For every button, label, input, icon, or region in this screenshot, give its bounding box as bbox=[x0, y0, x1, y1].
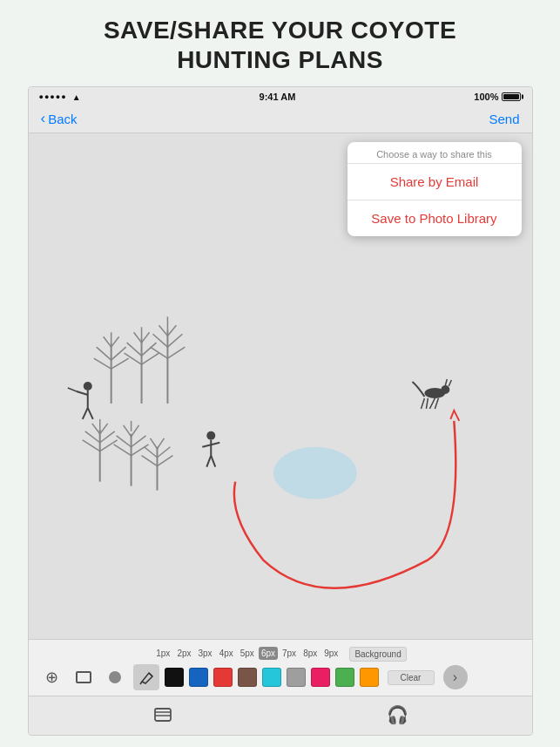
shape-tool[interactable] bbox=[71, 664, 97, 690]
svg-line-56 bbox=[206, 456, 211, 467]
svg-line-1 bbox=[96, 347, 111, 360]
popover-title: Choose a way to share this bbox=[347, 142, 522, 163]
svg-line-14 bbox=[141, 332, 149, 343]
svg-line-9 bbox=[126, 343, 141, 356]
send-button[interactable]: Send bbox=[489, 112, 519, 126]
color-black[interactable] bbox=[165, 668, 184, 687]
move-tool[interactable]: ⊕ bbox=[39, 664, 65, 690]
status-time: 9:41 AM bbox=[260, 92, 296, 102]
svg-line-69 bbox=[140, 682, 142, 684]
svg-line-63 bbox=[426, 398, 428, 409]
share-popover: Choose a way to share this Share by Emai… bbox=[347, 142, 522, 236]
svg-line-46 bbox=[157, 438, 164, 449]
stroke-8px[interactable]: 8px bbox=[300, 647, 320, 660]
svg-line-26 bbox=[82, 440, 99, 452]
signal-dots: ●●●●● bbox=[39, 92, 67, 101]
svg-line-2 bbox=[93, 358, 111, 369]
pen-tool[interactable] bbox=[133, 664, 159, 690]
next-arrow-button[interactable]: › bbox=[443, 665, 468, 689]
color-pink[interactable] bbox=[311, 668, 330, 687]
svg-line-13 bbox=[133, 332, 141, 343]
svg-line-60 bbox=[429, 398, 435, 409]
svg-line-25 bbox=[84, 431, 99, 443]
stroke-5px[interactable]: 5px bbox=[238, 647, 257, 660]
back-chevron-icon: ‹ bbox=[41, 110, 46, 127]
svg-line-49 bbox=[76, 391, 87, 395]
headphones-icon[interactable]: 🎧 bbox=[384, 702, 410, 728]
stroke-4px[interactable]: 4px bbox=[217, 647, 236, 660]
svg-line-45 bbox=[150, 438, 157, 449]
device-frame: ●●●●● ▲ 9:41 AM 100% ‹ Back Send bbox=[28, 86, 533, 736]
svg-line-34 bbox=[113, 445, 131, 456]
bottom-icons-row: 🎧 bbox=[29, 696, 532, 735]
svg-line-27 bbox=[99, 431, 114, 443]
svg-line-44 bbox=[157, 456, 172, 466]
color-blue[interactable] bbox=[189, 668, 208, 687]
coyote-figure bbox=[412, 379, 451, 409]
svg-line-68 bbox=[149, 673, 152, 676]
svg-line-6 bbox=[111, 336, 118, 347]
stroke-3px[interactable]: 3px bbox=[196, 647, 215, 660]
svg-line-52 bbox=[67, 388, 76, 391]
color-brown[interactable] bbox=[238, 668, 257, 687]
stroke-7px[interactable]: 7px bbox=[280, 647, 299, 660]
color-gray[interactable] bbox=[287, 668, 306, 687]
share-by-email-option[interactable]: Share by Email bbox=[347, 164, 522, 200]
battery-icon bbox=[502, 92, 521, 101]
svg-line-3 bbox=[111, 347, 125, 360]
decoy-figure bbox=[202, 431, 219, 467]
svg-line-38 bbox=[131, 425, 138, 437]
pond bbox=[273, 447, 357, 499]
battery-pct: 100% bbox=[474, 92, 498, 102]
color-red[interactable] bbox=[213, 668, 233, 687]
svg-line-19 bbox=[167, 334, 182, 347]
svg-line-41 bbox=[144, 447, 157, 458]
svg-line-12 bbox=[141, 353, 159, 364]
svg-point-67 bbox=[109, 671, 121, 683]
svg-line-62 bbox=[421, 398, 424, 409]
stroke-size-row: 1px 2px 3px 4px 5px 6px 7px 8px 9px Back… bbox=[36, 645, 525, 661]
layers-icon[interactable] bbox=[150, 702, 176, 728]
canvas-area[interactable]: Choose a way to share this Share by Emai… bbox=[29, 133, 532, 639]
svg-line-43 bbox=[157, 447, 170, 458]
clear-button[interactable]: Clear bbox=[388, 670, 435, 685]
svg-line-5 bbox=[103, 336, 111, 347]
color-orange[interactable] bbox=[360, 668, 379, 687]
stroke-6px[interactable]: 6px bbox=[259, 647, 278, 660]
back-button[interactable]: ‹ Back bbox=[41, 110, 78, 127]
svg-point-53 bbox=[206, 431, 215, 440]
svg-line-21 bbox=[159, 325, 167, 336]
svg-line-30 bbox=[99, 424, 107, 434]
svg-line-36 bbox=[131, 445, 148, 456]
svg-line-20 bbox=[167, 347, 185, 358]
svg-point-47 bbox=[83, 382, 91, 390]
page-title: SAVE/SHARE YOUR COYOTEHUNTING PLANS bbox=[35, 16, 525, 74]
svg-point-59 bbox=[441, 385, 449, 394]
trees-group bbox=[82, 316, 185, 490]
svg-line-17 bbox=[152, 334, 167, 347]
colors-tools-row: ⊕ bbox=[36, 664, 525, 692]
svg-line-65 bbox=[449, 380, 451, 386]
wifi-icon: ▲ bbox=[72, 92, 81, 102]
svg-line-4 bbox=[111, 358, 128, 369]
color-green[interactable] bbox=[335, 668, 354, 687]
arrowhead bbox=[450, 411, 459, 421]
background-button[interactable]: Background bbox=[349, 647, 406, 662]
svg-line-61 bbox=[435, 398, 438, 409]
nav-bar: ‹ Back Send bbox=[29, 106, 532, 133]
svg-rect-70 bbox=[155, 709, 171, 721]
svg-line-22 bbox=[167, 325, 176, 336]
svg-line-42 bbox=[141, 456, 157, 466]
color-cyan[interactable] bbox=[262, 668, 281, 687]
dot-tool[interactable] bbox=[102, 664, 128, 690]
back-label: Back bbox=[48, 112, 77, 126]
stroke-2px[interactable]: 2px bbox=[174, 647, 193, 660]
svg-line-50 bbox=[82, 408, 87, 419]
save-to-photo-library-option[interactable]: Save to Photo Library bbox=[347, 200, 522, 236]
stroke-9px[interactable]: 9px bbox=[321, 647, 341, 660]
stroke-1px[interactable]: 1px bbox=[153, 647, 172, 660]
svg-line-64 bbox=[445, 379, 447, 385]
page-header: SAVE/SHARE YOUR COYOTEHUNTING PLANS bbox=[0, 0, 560, 86]
hunter-figure bbox=[67, 382, 92, 419]
svg-line-51 bbox=[87, 408, 92, 419]
